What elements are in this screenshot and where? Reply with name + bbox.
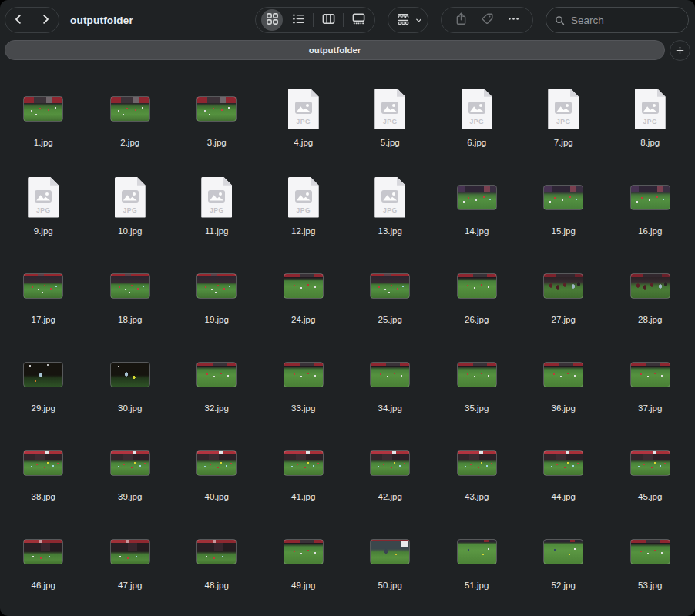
group-by-button[interactable] — [393, 7, 413, 33]
search-field[interactable]: Search — [546, 7, 689, 33]
file-item[interactable]: 2.jpg — [87, 84, 174, 150]
file-name: 3.jpg — [207, 138, 227, 147]
file-type-badge: JPG — [374, 206, 405, 214]
file-item[interactable]: 39.jpg — [87, 438, 174, 504]
file-item[interactable]: 18.jpg — [87, 261, 174, 327]
grid-view-button[interactable] — [259, 7, 285, 33]
file-item[interactable]: JPG 6.jpg — [434, 84, 521, 150]
file-item[interactable]: 30.jpg — [87, 350, 174, 416]
gallery-view-button[interactable] — [345, 7, 371, 33]
tag-button[interactable] — [474, 7, 500, 33]
file-item[interactable]: JPG 13.jpg — [347, 172, 434, 239]
file-item[interactable]: 19.jpg — [173, 261, 260, 327]
file-item[interactable]: 35.jpg — [434, 350, 521, 416]
file-item[interactable]: 51.jpg — [434, 527, 521, 593]
file-thumbnail — [543, 450, 583, 476]
file-item[interactable]: 14.jpg — [434, 172, 521, 239]
jpg-file-icon: JPG — [548, 89, 579, 129]
image-placeholder-icon — [35, 190, 52, 203]
file-item[interactable]: 47.jpg — [87, 527, 174, 593]
file-item[interactable]: 48.jpg — [173, 527, 260, 593]
file-item[interactable]: 43.jpg — [434, 438, 521, 504]
file-name: 14.jpg — [465, 226, 489, 236]
file-item[interactable]: 15.jpg — [520, 172, 607, 239]
file-name: 18.jpg — [118, 315, 142, 324]
file-item[interactable]: 36.jpg — [520, 350, 607, 416]
file-item[interactable]: 38.jpg — [0, 438, 87, 504]
file-item[interactable]: JPG 7.jpg — [520, 84, 607, 150]
file-item[interactable]: 24.jpg — [260, 261, 348, 327]
columns-view-icon — [321, 12, 336, 28]
file-name: 24.jpg — [291, 315, 315, 324]
page-fold — [570, 89, 579, 97]
file-name: 2.jpg — [120, 138, 139, 147]
image-placeholder-icon — [555, 102, 572, 114]
file-item[interactable]: 49.jpg — [260, 527, 348, 593]
file-item[interactable]: 45.jpg — [607, 438, 694, 504]
file-name: 41.jpg — [291, 492, 315, 501]
file-thumbnail — [284, 539, 324, 564]
file-item[interactable]: JPG 10.jpg — [87, 172, 174, 239]
file-name: 29.jpg — [32, 403, 55, 413]
file-item[interactable]: 27.jpg — [520, 261, 607, 327]
file-item[interactable]: 37.jpg — [607, 350, 694, 416]
file-type-badge: JPG — [288, 118, 319, 126]
file-thumbnail — [23, 273, 63, 299]
view-divider — [313, 13, 314, 27]
file-item[interactable]: 1.jpg — [0, 84, 87, 150]
file-thumbnail — [284, 273, 324, 299]
image-placeholder-icon — [208, 190, 225, 203]
file-item[interactable]: 42.jpg — [347, 438, 434, 504]
file-name: 4.jpg — [294, 138, 313, 147]
file-item[interactable]: 29.jpg — [0, 350, 87, 416]
image-placeholder-icon — [381, 190, 398, 203]
list-view-button[interactable] — [285, 7, 311, 33]
file-name: 25.jpg — [378, 315, 402, 324]
chevron-down-icon — [415, 16, 423, 25]
page-fold — [311, 177, 319, 186]
file-item[interactable]: 16.jpg — [607, 172, 694, 239]
file-item[interactable]: 50.jpg — [347, 527, 434, 593]
file-item[interactable]: 33.jpg — [260, 350, 348, 416]
file-item[interactable]: JPG 9.jpg — [0, 172, 87, 239]
file-type-badge: JPG — [548, 118, 579, 126]
file-type-badge: JPG — [288, 206, 319, 214]
file-item[interactable]: 3.jpg — [173, 84, 260, 150]
file-name: 34.jpg — [378, 403, 402, 413]
more-button[interactable] — [500, 7, 526, 33]
tab-outputfolder[interactable]: outputfolder — [5, 40, 665, 60]
file-thumbnail — [110, 450, 150, 476]
file-name: 39.jpg — [118, 492, 142, 501]
file-item[interactable]: 44.jpg — [520, 438, 607, 504]
new-tab-button[interactable] — [670, 40, 690, 61]
file-item[interactable]: 25.jpg — [347, 261, 434, 327]
file-name: 47.jpg — [118, 581, 142, 590]
file-type-badge: JPG — [462, 118, 492, 126]
share-button[interactable] — [448, 7, 474, 33]
file-item[interactable]: 34.jpg — [347, 350, 434, 416]
file-item[interactable]: 46.jpg — [0, 527, 87, 593]
file-item[interactable]: JPG 8.jpg — [607, 84, 694, 150]
file-thumbnail — [284, 450, 324, 476]
jpg-file-icon: JPG — [374, 177, 405, 218]
file-item[interactable]: 40.jpg — [173, 438, 260, 504]
file-item[interactable]: 53.jpg — [607, 527, 694, 593]
jpg-file-icon: JPG — [115, 177, 146, 218]
file-item[interactable]: JPG 4.jpg — [260, 84, 348, 150]
file-item[interactable]: 41.jpg — [260, 438, 348, 504]
columns-view-button[interactable] — [315, 7, 341, 33]
back-button[interactable] — [5, 7, 32, 33]
file-item[interactable]: 17.jpg — [0, 261, 87, 327]
file-type-badge: JPG — [28, 206, 59, 214]
file-item[interactable]: JPG 12.jpg — [260, 172, 348, 239]
jpg-file-icon: JPG — [635, 89, 666, 129]
file-item[interactable]: 26.jpg — [434, 261, 521, 327]
file-item[interactable]: 28.jpg — [607, 261, 694, 327]
file-item[interactable]: JPG 11.jpg — [173, 172, 260, 239]
file-item[interactable]: 52.jpg — [520, 527, 607, 593]
file-item[interactable]: JPG 5.jpg — [347, 84, 434, 150]
page-fold — [397, 89, 405, 97]
file-type-badge: JPG — [115, 206, 146, 214]
forward-button[interactable] — [32, 7, 59, 33]
file-item[interactable]: 32.jpg — [173, 350, 260, 416]
